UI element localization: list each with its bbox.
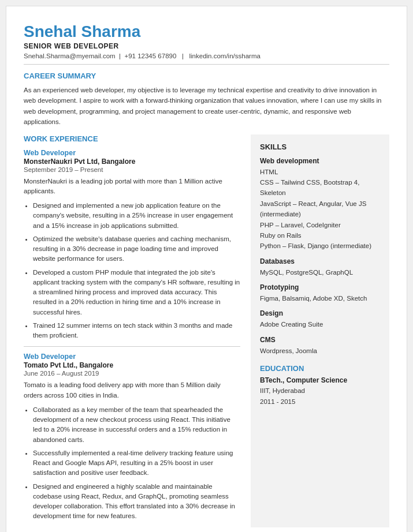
education-title: EDUCATION [260,364,381,373]
education-years: 2011 - 2015 [260,396,381,407]
job-1-bullet-3: Developed a custom PHP module that integ… [33,268,240,317]
job-2-bullets: Collaborated as a key member of the team… [24,405,240,522]
job-2-date: June 2016 – August 2019 [24,370,240,377]
job-1-company: MonsterNaukri Pvt Ltd, Bangalore [24,158,240,166]
skill-group-cms: CMS Wordpress, Joomla [260,336,381,356]
skill-group-0-title: Web development [260,157,381,165]
phone: +91 12345 67890 [124,53,176,59]
job-1: Web Developer MonsterNaukri Pvt Ltd, Ban… [24,149,240,341]
job-divider [24,346,240,347]
candidate-title: SENIOR WEB DEVELOPER [24,42,389,50]
career-summary-section: CAREER SUMMARY As an experienced web dev… [24,72,389,128]
job-1-bullets: Designed and implemented a new job appli… [24,201,240,340]
skill-group-2-items: Figma, Balsamiq, Adobe XD, Sketch [260,293,381,304]
education-section: EDUCATION BTech., Computer Science IIIT,… [260,364,381,407]
work-experience-title: WORK EXPERIENCE [24,134,240,143]
candidate-name: Snehal Sharma [24,23,389,41]
skills-title: SKILLS [260,143,381,151]
job-2-bullet-2: Successfully implemented a real-time del… [33,448,240,478]
education-degree: BTech., Computer Science [260,376,381,384]
career-summary-text: As an experienced web developer, my obje… [24,85,389,128]
job-2-description: Tomato is a leading food delivery app wi… [24,380,240,400]
skill-group-3-title: Design [260,309,381,317]
skill-group-web-dev: Web development HTML CSS – Tailwind CSS,… [260,157,381,252]
career-summary-title: CAREER SUMMARY [24,72,389,80]
linkedin: linkedin.com/in/ssharma [189,53,261,59]
two-column-layout: WORK EXPERIENCE Web Developer MonsterNau… [24,134,389,527]
job-1-date: September 2019 – Present [24,166,240,173]
skill-group-4-title: CMS [260,336,381,344]
skill-group-prototyping: Prototyping Figma, Balsamiq, Adobe XD, S… [260,283,381,304]
skill-group-1-title: Databases [260,257,381,265]
job-1-description: MonsterNaukri is a leading job portal wi… [24,177,240,197]
header-contact: Snehal.Sharma@myemail.com | +91 12345 67… [24,53,389,65]
job-2-bullet-3: Designed and engineered a highly scalabl… [33,482,240,522]
job-2-bullet-1: Collaborated as a key member of the team… [33,405,240,445]
skill-group-4-items: Wordpress, Joomla [260,346,381,356]
job-2-company: Tomato Pvt Ltd., Bangalore [24,361,240,369]
left-column: WORK EXPERIENCE Web Developer MonsterNau… [24,134,251,527]
skill-group-databases: Databases MySQL, PostgreSQL, GraphQL [260,257,381,278]
job-1-bullet-4: Trained 12 summer interns on tech stack … [33,321,240,341]
email: Snehal.Sharma@myemail.com [24,53,116,59]
skill-group-1-items: MySQL, PostgreSQL, GraphQL [260,267,381,278]
header: Snehal Sharma SENIOR WEB DEVELOPER Sneha… [24,23,389,65]
skill-group-3-items: Adobe Creating Suite [260,319,381,329]
education-institution: IIIT, Hyderabad [260,385,381,396]
right-column: SKILLS Web development HTML CSS – Tailwi… [251,134,389,527]
skill-group-2-title: Prototyping [260,283,381,291]
resume-container: Snehal Sharma SENIOR WEB DEVELOPER Sneha… [6,6,407,532]
job-2: Web Developer Tomato Pvt Ltd., Bangalore… [24,353,240,521]
job-1-bullet-1: Designed and implemented a new job appli… [33,201,240,231]
skill-group-design: Design Adobe Creating Suite [260,309,381,329]
job-1-title: Web Developer [24,149,240,157]
job-2-title: Web Developer [24,353,240,361]
skill-group-0-items: HTML CSS – Tailwind CSS, Bootstrap 4, Sk… [260,167,381,252]
job-1-bullet-2: Optimized the website's database queries… [33,234,240,264]
